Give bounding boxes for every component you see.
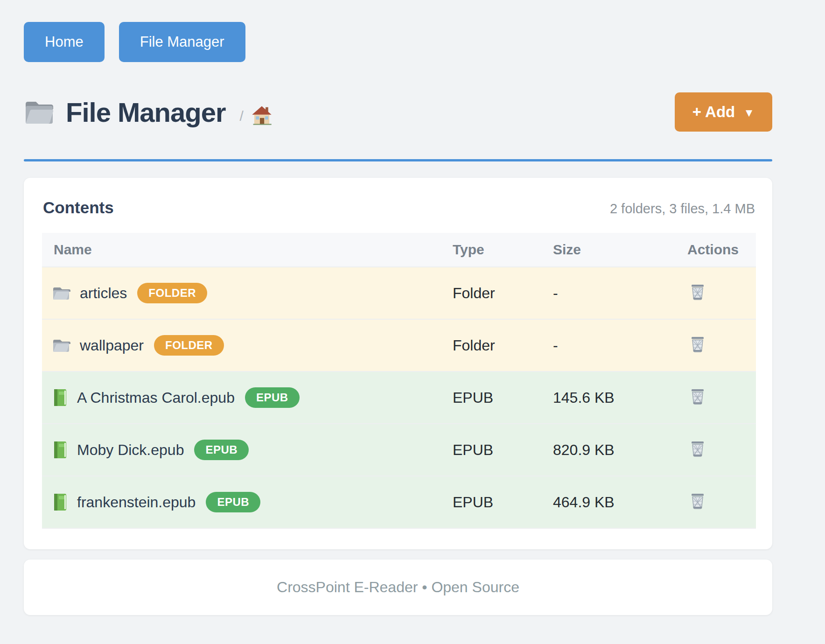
add-button[interactable]: + Add ▼ (675, 92, 772, 132)
files-table: Name Type Size Actions (42, 233, 756, 529)
table-row[interactable]: frankenstein.epub EPUB EPUB 464.9 KB (42, 476, 756, 528)
table-row[interactable]: wallpaper FOLDER Folder - (42, 319, 756, 371)
type-badge: FOLDER (137, 283, 207, 303)
footer-text: CrossPoint E-Reader • Open Source (277, 579, 519, 596)
type-badge: EPUB (206, 492, 260, 512)
caret-down-icon: ▼ (743, 106, 755, 119)
trash-icon (689, 283, 706, 303)
file-size: 820.9 KB (546, 424, 679, 476)
file-size: 464.9 KB (546, 476, 679, 528)
delete-button[interactable] (687, 385, 708, 409)
file-type: EPUB (446, 476, 546, 528)
file-type: EPUB (446, 371, 546, 424)
delete-button[interactable] (687, 333, 708, 357)
contents-heading: Contents (43, 198, 114, 217)
folder-icon (52, 285, 70, 301)
type-badge: EPUB (245, 387, 300, 408)
trash-icon (689, 492, 706, 512)
file-name: frankenstein.epub (77, 494, 196, 511)
column-header-name: Name (42, 233, 446, 267)
file-manager-page: Home File Manager File Manager / (0, 0, 772, 615)
trash-icon (689, 440, 706, 460)
type-badge: EPUB (194, 440, 249, 460)
table-body: articles FOLDER Folder - (42, 267, 756, 528)
table-row[interactable]: articles FOLDER Folder - (42, 267, 756, 319)
file-size: - (546, 267, 679, 319)
home-icon[interactable] (251, 105, 273, 126)
file-name: A Christmas Carol.epub (77, 389, 235, 406)
type-badge: FOLDER (154, 335, 224, 356)
table-header-row: Name Type Size Actions (42, 233, 756, 267)
delete-button[interactable] (687, 490, 708, 514)
trash-icon (689, 335, 706, 355)
breadcrumb: File Manager / (24, 97, 273, 128)
home-button[interactable]: Home (24, 22, 105, 62)
table-row[interactable]: A Christmas Carol.epub EPUB EPUB 145.6 K… (42, 371, 756, 424)
footer: CrossPoint E-Reader • Open Source (24, 560, 772, 615)
trash-icon (689, 387, 706, 407)
add-button-label: + Add (692, 103, 735, 121)
card-header: Contents 2 folders, 3 files, 1.4 MB (42, 198, 756, 217)
file-name: articles (80, 285, 127, 302)
green-book-icon (52, 493, 68, 511)
green-book-icon (52, 441, 68, 459)
file-size: 145.6 KB (546, 371, 679, 424)
page-header: File Manager / + Add ▼ (24, 91, 772, 133)
title-underline (24, 159, 772, 161)
green-book-icon (52, 388, 68, 407)
file-manager-button[interactable]: File Manager (119, 22, 245, 62)
folder-icon (24, 98, 55, 126)
folder-icon (52, 337, 70, 353)
nav-bar: Home File Manager (24, 22, 772, 62)
file-type: Folder (446, 267, 546, 319)
delete-button[interactable] (687, 281, 708, 305)
file-type: Folder (446, 319, 546, 371)
column-header-actions: Actions (679, 233, 756, 267)
file-name: wallpaper (80, 337, 144, 354)
column-header-size: Size (546, 233, 679, 267)
file-name: Moby Dick.epub (77, 441, 184, 459)
contents-summary: 2 folders, 3 files, 1.4 MB (610, 201, 755, 217)
file-size: - (546, 319, 679, 371)
column-header-type: Type (446, 233, 546, 267)
file-type: EPUB (446, 424, 546, 476)
contents-card: Contents 2 folders, 3 files, 1.4 MB Name… (24, 178, 772, 549)
page-title: File Manager (66, 97, 226, 128)
breadcrumb-separator: / (240, 108, 244, 124)
table-row[interactable]: Moby Dick.epub EPUB EPUB 820.9 KB (42, 424, 756, 476)
delete-button[interactable] (687, 438, 708, 462)
